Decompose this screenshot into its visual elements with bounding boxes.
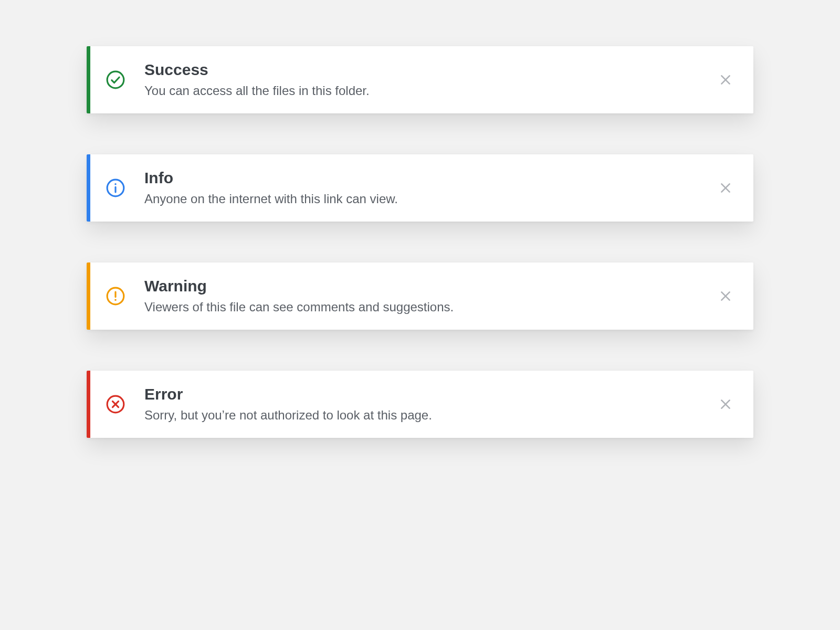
alert-warning: Warning Viewers of this file can see com… [87, 262, 753, 330]
svg-point-4 [114, 183, 116, 185]
svg-point-10 [114, 299, 116, 301]
alert-content: Info Anyone on the internet with this li… [144, 169, 715, 207]
x-circle-icon [106, 394, 125, 414]
check-circle-icon [106, 70, 125, 90]
close-icon [719, 397, 732, 411]
alert-icon-wrap [87, 286, 144, 306]
alert-message: Sorry, but you’re not authorized to look… [144, 407, 708, 424]
alert-content: Warning Viewers of this file can see com… [144, 277, 715, 316]
alert-circle-icon [106, 286, 125, 306]
alert-title: Success [144, 60, 708, 79]
alert-accent [87, 154, 90, 222]
close-button[interactable] [715, 69, 737, 91]
alert-title: Error [144, 385, 708, 404]
svg-point-0 [107, 71, 124, 88]
alert-content: Success You can access all the files in … [144, 60, 715, 99]
close-icon [719, 289, 732, 303]
alert-icon-wrap [87, 394, 144, 414]
alert-success: Success You can access all the files in … [87, 46, 753, 113]
alert-accent [87, 46, 90, 113]
alert-error: Error Sorry, but you’re not authorized t… [87, 371, 753, 438]
alert-accent [87, 262, 90, 330]
close-icon [719, 181, 732, 195]
alert-title: Warning [144, 277, 708, 296]
alert-info: Info Anyone on the internet with this li… [87, 154, 753, 222]
alerts-container: Success You can access all the files in … [87, 46, 753, 438]
alert-message: Viewers of this file can see comments an… [144, 299, 708, 316]
close-button[interactable] [715, 177, 737, 199]
alert-icon-wrap [87, 70, 144, 90]
alert-icon-wrap [87, 178, 144, 198]
alert-message: You can access all the files in this fol… [144, 82, 708, 99]
alert-message: Anyone on the internet with this link ca… [144, 191, 708, 207]
info-circle-icon [106, 178, 125, 198]
close-icon [719, 73, 732, 87]
alert-title: Info [144, 169, 708, 187]
close-button[interactable] [715, 393, 737, 415]
close-button[interactable] [715, 285, 737, 307]
alert-content: Error Sorry, but you’re not authorized t… [144, 385, 715, 424]
alert-accent [87, 371, 90, 438]
